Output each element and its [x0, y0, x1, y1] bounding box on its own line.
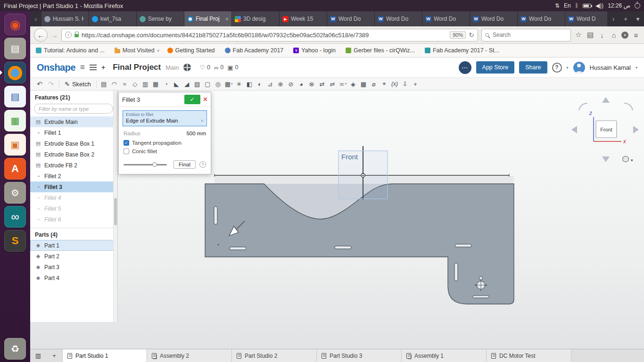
- launcher-icon-files[interactable]: ▤: [4, 38, 26, 59]
- tool-button-fillet[interactable]: ◔: [161, 78, 172, 90]
- dialog-close-icon[interactable]: ×: [203, 96, 207, 103]
- bookmark-item-gerber-files[interactable]: Gerber files - cirQWiz...: [346, 47, 417, 54]
- tab-close-icon[interactable]: ×: [225, 16, 229, 23]
- bookmark-item-most-visited[interactable]: Most Visited ∨: [115, 47, 160, 54]
- launcher-icon-firefox[interactable]: [4, 62, 26, 83]
- volume-icon[interactable]: ◀)): [595, 3, 603, 8]
- back-button[interactable]: ←: [34, 28, 48, 42]
- view-mode-caret-icon[interactable]: ▾: [631, 158, 633, 163]
- final-button[interactable]: Final: [173, 160, 196, 169]
- entities-to-fillet-field[interactable]: Entities to fillet Edge of Extrude Main …: [123, 110, 207, 126]
- browser-tab-word-doc-5[interactable]: W Word Do: [518, 11, 565, 26]
- scrollbar-thumb[interactable]: [114, 198, 117, 225]
- browser-tab-word-doc-2[interactable]: W Word Do: [375, 11, 422, 26]
- launcher-icon-arduino[interactable]: ∞: [4, 206, 26, 228]
- feature-item[interactable]: ▤ Extrude Base Box 2: [30, 149, 117, 160]
- dialog-help-icon[interactable]: ?: [199, 161, 206, 168]
- tool-button-thicken[interactable]: ▥: [140, 78, 151, 90]
- bookmark-item-tutorial-arduino[interactable]: Tutorial: Arduino and ...: [36, 47, 107, 54]
- feature-item[interactable]: ▤ Extrude Main: [30, 116, 117, 127]
- tool-button-revolve[interactable]: ◠: [109, 78, 120, 90]
- bookmark-item-fab-academy[interactable]: Fab Academy 2017: [225, 47, 286, 54]
- tool-button-measure[interactable]: ⌀: [369, 78, 379, 90]
- workspace-name[interactable]: Main: [165, 64, 179, 71]
- conic-fillet-checkbox[interactable]: Conic fillet: [123, 146, 207, 154]
- tool-button-hole[interactable]: ◎: [213, 78, 223, 90]
- part-item[interactable]: ◆ Part 2: [30, 251, 117, 262]
- tool-button-loft[interactable]: ◇: [130, 78, 140, 90]
- bookmarks-menu-icon[interactable]: ▤: [586, 31, 594, 39]
- tool-button-boundary-surface[interactable]: ◈: [348, 78, 358, 90]
- browser-tab-hussain[interactable]: Hussain S. K: [41, 11, 89, 26]
- dialog-confirm-button[interactable]: ✓: [184, 95, 200, 104]
- downloads-icon[interactable]: ↓: [598, 31, 606, 39]
- tool-button-chamfer[interactable]: ◣: [172, 78, 182, 90]
- help-caret-icon[interactable]: ▾: [567, 66, 569, 70]
- element-tab-assembly-2[interactable]: Assembly 2: [147, 349, 232, 362]
- ssl-lock-icon[interactable]: [74, 34, 79, 37]
- launcher-icon-software[interactable]: A: [4, 158, 26, 180]
- tool-button-modify-fillet[interactable]: ◕: [296, 78, 306, 90]
- part-item[interactable]: ◆ Part 1: [30, 240, 117, 251]
- tool-button-linear-pattern[interactable]: ▦ ▾: [223, 78, 234, 90]
- viewcube-front-label[interactable]: Front: [600, 127, 612, 132]
- tool-button-mirror[interactable]: ◧: [244, 78, 255, 90]
- bookmark-item-yahoo-login[interactable]: Y Yahoo - login: [293, 47, 338, 54]
- element-tab-dc-motor-test[interactable]: DC Motor Test: [487, 349, 571, 362]
- feature-item[interactable]: ◔ Fillet 4: [30, 192, 117, 203]
- tool-button-variables[interactable]: (x): [389, 78, 400, 90]
- viewcube-down-arrow[interactable]: [602, 156, 610, 162]
- feature-item[interactable]: ◔ Fillet 6: [30, 214, 117, 225]
- part-item[interactable]: ◆ Part 3: [30, 262, 117, 272]
- browser-tab-word-doc-1[interactable]: W Word Do: [327, 11, 375, 26]
- bookmark-star-icon[interactable]: ☆: [574, 31, 583, 39]
- counter-linked[interactable]: ∞ 0: [214, 64, 223, 71]
- keyboard-layout-indicator[interactable]: En: [564, 3, 571, 8]
- tool-button-rib[interactable]: ▧: [192, 78, 203, 90]
- url-bar[interactable]: i https://cad.onshape.com/documents/8442…: [61, 29, 478, 41]
- rotate-ccw-icon[interactable]: [579, 103, 587, 110]
- bookmark-item-fab-academy-st[interactable]: Fab Academy 2017 - St...: [425, 47, 502, 54]
- view-cube[interactable]: z x Front ▾: [571, 97, 639, 163]
- document-menu-icon[interactable]: ≡: [80, 63, 85, 72]
- tool-button-draft[interactable]: ◢: [182, 78, 192, 90]
- element-tab-part-studio-3[interactable]: Part Studio 3: [317, 349, 402, 362]
- clock[interactable]: ص 12:26: [608, 3, 630, 8]
- manage-tabs-icon[interactable]: ▥: [30, 349, 46, 362]
- slider-knob[interactable]: [152, 162, 157, 167]
- launcher-icon-trash[interactable]: ♻: [4, 338, 26, 360]
- entity-remove-icon[interactable]: ×: [201, 118, 204, 123]
- zoom-level-badge[interactable]: 90%: [450, 31, 466, 39]
- launcher-icon-dash[interactable]: ◉: [4, 14, 26, 35]
- browser-tab-word-doc-3[interactable]: W Word Do: [422, 11, 470, 26]
- tool-button-circular-pattern[interactable]: ✳: [234, 78, 244, 90]
- rollback-slider[interactable]: [124, 164, 167, 165]
- tool-button-boolean[interactable]: ◐: [255, 78, 265, 90]
- tangent-propagation-checkbox[interactable]: ✓ Tangent propagation: [123, 137, 207, 146]
- part-item[interactable]: ◆ Part 4: [30, 272, 117, 283]
- redo-button[interactable]: ↷: [45, 78, 57, 90]
- tab-scroll-left-button[interactable]: ‹: [30, 11, 41, 26]
- undo-button[interactable]: ↶: [34, 78, 45, 90]
- radius-input[interactable]: 500 mm: [186, 131, 206, 136]
- counter-followed[interactable]: ♡ 0: [199, 64, 210, 71]
- pocket-icon[interactable]: ▾: [621, 32, 628, 39]
- tool-button-custom-feature[interactable]: +: [410, 78, 421, 90]
- tool-button-replace-face[interactable]: ⇌: [327, 78, 338, 90]
- document-title[interactable]: Final Project: [113, 63, 161, 72]
- rotate-cw-icon[interactable]: [624, 103, 633, 110]
- browser-tab-3d-design[interactable]: 3D desig: [232, 11, 280, 26]
- search-bar[interactable]: [481, 29, 571, 41]
- launcher-icon-impress[interactable]: ▣: [4, 134, 26, 156]
- element-tab-assembly-1[interactable]: Assembly 1: [402, 349, 487, 362]
- tool-button-extrude[interactable]: ▤: [99, 78, 109, 90]
- browser-tab-final-project[interactable]: Final Proj ×: [184, 11, 232, 26]
- home-icon[interactable]: ⌂: [610, 31, 618, 39]
- tool-button-shell[interactable]: ▢: [203, 78, 213, 90]
- user-menu-caret-icon[interactable]: ▾: [636, 66, 637, 70]
- counter-copied[interactable]: ▣ 0: [227, 64, 238, 71]
- feature-item[interactable]: ◔ Fillet 5: [30, 203, 117, 214]
- feature-panel-scrollbar[interactable]: [113, 90, 117, 322]
- launcher-icon-calc[interactable]: ▦: [4, 110, 26, 132]
- tool-button-delete-part[interactable]: ⊘: [286, 78, 296, 90]
